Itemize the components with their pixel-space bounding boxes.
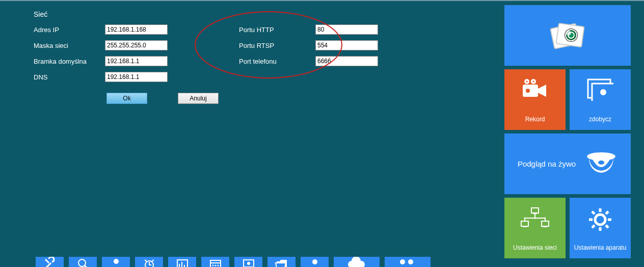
svg-rect-18	[533, 213, 537, 214]
tiles-panel: Rekord zdobycz Podgląd na żywo	[504, 5, 631, 262]
svg-line-45	[145, 260, 147, 261]
svg-point-60	[400, 259, 405, 264]
toolbar-date-button[interactable]	[201, 257, 229, 267]
tile-photos[interactable]	[504, 5, 631, 66]
toolbar-person-button[interactable]	[301, 257, 329, 267]
svg-point-9	[532, 81, 535, 83]
input-dns[interactable]	[105, 72, 168, 82]
svg-rect-20	[523, 226, 527, 227]
svg-line-36	[606, 225, 608, 228]
tile-capture-label: zdobycz	[589, 116, 611, 126]
input-phone-port[interactable]	[315, 56, 378, 66]
svg-point-28	[524, 218, 526, 219]
label-phone-port: Port telefonu	[239, 58, 315, 65]
svg-point-29	[545, 218, 546, 219]
label-dns: DNS	[34, 73, 105, 81]
camera-dome-icon	[585, 151, 618, 177]
cloud-icon	[345, 257, 368, 267]
svg-point-16	[598, 160, 605, 165]
search-icon	[76, 257, 90, 267]
tile-record[interactable]: Rekord	[504, 69, 566, 130]
svg-point-59	[312, 259, 317, 264]
svg-point-14	[600, 89, 606, 95]
record-icon	[521, 78, 549, 100]
chart-icon	[175, 257, 190, 267]
svg-line-35	[592, 211, 595, 214]
svg-rect-21	[542, 221, 549, 226]
person-icon	[308, 257, 322, 267]
svg-point-7	[526, 81, 528, 83]
svg-rect-17	[531, 208, 539, 213]
label-http-port: Portu HTTP	[239, 26, 315, 34]
tile-network-settings[interactable]: Ustawienia sieci	[504, 198, 566, 258]
svg-point-55	[217, 265, 219, 266]
network-settings-form: Sieć Adres IP Maska sieci Bramka domyśln…	[34, 10, 441, 104]
bottom-toolbar	[36, 257, 431, 267]
gear-icon	[587, 207, 613, 232]
svg-point-54	[214, 265, 216, 266]
input-mask[interactable]	[105, 40, 168, 50]
section-title: Sieć	[34, 10, 441, 18]
team-icon	[395, 257, 420, 267]
network-icon	[519, 207, 551, 229]
svg-point-11	[525, 88, 530, 93]
toolbar-folder-button[interactable]	[267, 257, 296, 267]
toolbar-tools-button[interactable]	[36, 257, 64, 267]
user-icon	[109, 257, 123, 267]
tile-live-label: Podgląd na żywo	[518, 159, 576, 168]
capture-icon	[587, 78, 613, 101]
photos-icon	[548, 19, 587, 52]
svg-point-57	[247, 262, 250, 265]
tile-live[interactable]: Podgląd na żywo	[504, 134, 631, 194]
svg-rect-22	[543, 226, 547, 227]
svg-point-41	[114, 259, 119, 264]
toolbar-team-button[interactable]	[385, 257, 431, 267]
toolbar-alarm-button[interactable]	[135, 257, 163, 267]
label-rtsp-port: Portu RTSP	[239, 42, 315, 49]
input-gateway[interactable]	[105, 56, 168, 66]
cancel-button[interactable]: Anuluj	[178, 93, 219, 104]
tile-camera-settings[interactable]: Ustawienia aparatu	[570, 198, 631, 258]
toolbar-chart-button[interactable]	[168, 257, 196, 267]
tile-camera-label: Ustawienia aparatu	[574, 244, 627, 254]
svg-point-61	[408, 259, 413, 264]
tile-record-label: Rekord	[525, 116, 545, 126]
ok-button[interactable]: Ok	[106, 93, 147, 104]
tile-network-label: Ustawienia sieci	[513, 244, 557, 254]
svg-point-30	[595, 215, 605, 225]
folder-icon	[275, 257, 289, 267]
label-mask: Maska sieci	[34, 42, 105, 49]
svg-rect-19	[521, 221, 528, 226]
date-icon	[208, 257, 223, 267]
svg-point-27	[534, 218, 536, 219]
toolbar-user-button[interactable]	[102, 257, 130, 267]
toolbar-cloud-button[interactable]	[334, 257, 380, 267]
svg-point-5	[567, 31, 571, 35]
svg-line-38	[606, 211, 608, 214]
display-icon	[242, 257, 256, 267]
svg-point-53	[212, 265, 213, 266]
input-rtsp-port[interactable]	[315, 40, 378, 50]
alarm-icon	[142, 257, 156, 267]
toolbar-search-button[interactable]	[69, 257, 97, 267]
tile-capture[interactable]: zdobycz	[570, 69, 631, 130]
label-gateway: Bramka domyślna	[34, 58, 105, 65]
wrench-icon	[43, 257, 57, 267]
svg-line-46	[152, 260, 154, 261]
toolbar-display-button[interactable]	[234, 257, 262, 267]
label-ip: Adres IP	[34, 26, 105, 34]
svg-line-37	[592, 225, 595, 228]
input-ip[interactable]	[105, 24, 168, 35]
svg-point-39	[78, 259, 86, 266]
input-http-port[interactable]	[315, 24, 378, 35]
